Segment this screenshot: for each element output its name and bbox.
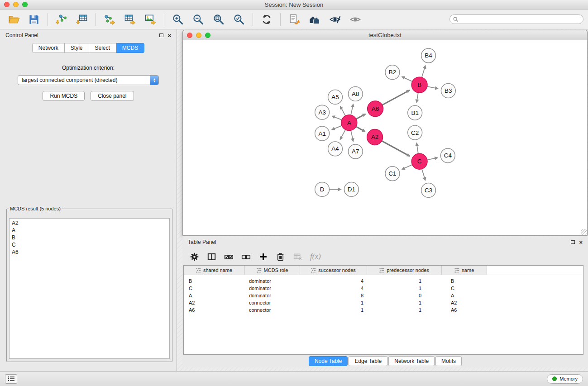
column-header-predecessor-nodes[interactable]: predecessor nodes	[367, 266, 442, 275]
graph-node-B4[interactable]: B4	[421, 48, 436, 63]
fullscreen-window-button[interactable]	[22, 2, 28, 7]
graph-node-B2[interactable]: B2	[385, 65, 400, 80]
open-session-button[interactable]	[5, 11, 23, 28]
control-tab-select[interactable]: Select	[89, 43, 116, 53]
graph-edge-A-A1[interactable]	[332, 126, 342, 130]
export-table-button[interactable]	[121, 11, 139, 28]
graph-edge-A-A5[interactable]	[340, 106, 345, 116]
table-settings-button[interactable]	[190, 252, 199, 262]
graph-edge-A-A6[interactable]	[356, 114, 366, 119]
import-table-button[interactable]	[73, 11, 91, 28]
network-canvas[interactable]: B4B2BB3A8A5A6A3B1AC2A1A2A4A7C4CC1DD1C3	[183, 41, 587, 235]
home-gallery-button[interactable]	[306, 11, 324, 28]
optimization-criterion-select[interactable]: largest connected component (directed) ▲…	[18, 75, 159, 85]
graph-edge-A-A7[interactable]	[351, 130, 353, 141]
refresh-view-button[interactable]	[258, 11, 276, 28]
hide-graphics-details-button[interactable]	[326, 11, 344, 28]
close-window-button[interactable]	[4, 2, 10, 7]
graph-node-A4[interactable]: A4	[328, 142, 343, 156]
show-columns-button[interactable]	[207, 252, 216, 262]
graph-edge-C-C3[interactable]	[422, 169, 425, 180]
graph-node-A2[interactable]: A2	[367, 129, 383, 145]
control-tab-network[interactable]: Network	[32, 43, 65, 53]
graph-node-A6[interactable]: A6	[368, 101, 383, 117]
network-close-button[interactable]	[187, 33, 192, 38]
graph-node-C2[interactable]: C2	[408, 125, 422, 140]
graph-edge-A-A8[interactable]	[351, 104, 353, 115]
column-header-shared-name[interactable]: shared name	[184, 266, 245, 275]
graph-edge-B-B1[interactable]	[416, 93, 418, 103]
graph-edge-C-C1[interactable]	[402, 165, 412, 169]
zoom-out-button[interactable]	[189, 11, 207, 28]
graph-edge-A-A4[interactable]	[340, 129, 345, 139]
close-table-panel-icon[interactable]: ×	[579, 239, 583, 245]
float-table-panel-icon[interactable]	[571, 240, 575, 244]
select-all-columns-button[interactable]	[224, 252, 234, 262]
graph-edge-A-A2[interactable]	[356, 127, 365, 132]
control-tab-style[interactable]: Style	[65, 43, 89, 53]
run-mcds-button[interactable]: Run MCDS	[43, 91, 85, 101]
column-header-successor-nodes[interactable]: successor nodes	[300, 266, 367, 275]
open-file-button[interactable]	[285, 11, 303, 28]
table-row[interactable]: Adominator80A	[184, 292, 583, 299]
float-panel-icon[interactable]	[159, 33, 163, 37]
zoom-in-button[interactable]	[169, 11, 187, 28]
birds-eye-view-button[interactable]	[346, 11, 364, 28]
graph-edge-B-B4[interactable]	[422, 66, 425, 77]
graph-node-C3[interactable]: C3	[421, 183, 436, 198]
graph-node-A5[interactable]: A5	[328, 90, 343, 104]
graph-edge-C-C4[interactable]	[427, 157, 438, 160]
graph-edge-A6-B[interactable]	[382, 90, 410, 105]
search-input[interactable]	[461, 16, 580, 23]
graph-node-C1[interactable]: C1	[385, 167, 400, 181]
delete-table-button[interactable]	[293, 252, 302, 262]
memory-button[interactable]: Memory	[547, 374, 583, 384]
table-row[interactable]: Cdominator41C	[184, 285, 583, 292]
create-column-button[interactable]	[258, 252, 268, 262]
graph-edge-A2-C[interactable]	[382, 141, 410, 156]
mcds-result-list[interactable]: A2ABCA6	[9, 218, 170, 359]
network-window-titlebar[interactable]: testGlobe.txt	[183, 30, 587, 40]
graph-edge-B-B2[interactable]	[402, 76, 412, 81]
table-row[interactable]: A6connector11A6	[184, 306, 583, 314]
table-tab-motifs[interactable]: Motifs	[435, 356, 462, 366]
graph-node-A7[interactable]: A7	[348, 144, 363, 159]
graph-node-C4[interactable]: C4	[440, 148, 455, 163]
minimize-window-button[interactable]	[13, 2, 19, 7]
mcds-result-item[interactable]: B	[12, 234, 167, 241]
save-session-button[interactable]	[25, 11, 43, 28]
table-row[interactable]: Bdominator41B	[184, 277, 583, 285]
table-tab-network-table[interactable]: Network Table	[388, 356, 435, 366]
mcds-result-item[interactable]: A	[12, 227, 167, 234]
export-image-button[interactable]	[141, 11, 159, 28]
graph-node-B3[interactable]: B3	[441, 84, 455, 98]
zoom-selected-button[interactable]	[230, 11, 248, 28]
graph-node-D1[interactable]: D1	[344, 182, 359, 197]
function-builder-button[interactable]: f(x)	[310, 252, 321, 261]
window-resize-grip[interactable]	[581, 229, 587, 235]
graph-node-A1[interactable]: A1	[315, 126, 330, 141]
mcds-result-item[interactable]: C	[12, 241, 167, 248]
graph-node-C[interactable]: C	[411, 153, 427, 169]
close-panel-button[interactable]: Close panel	[91, 91, 134, 101]
network-minimize-button[interactable]	[196, 33, 201, 38]
panel-chooser-button[interactable]	[5, 374, 17, 384]
deselect-all-columns-button[interactable]	[241, 252, 251, 262]
graph-node-A3[interactable]: A3	[315, 105, 330, 119]
network-zoom-button[interactable]	[205, 33, 210, 38]
mcds-result-item[interactable]: A2	[12, 219, 167, 227]
graph-edge-A-A3[interactable]	[332, 116, 342, 119]
zoom-fit-button[interactable]	[210, 11, 228, 28]
column-header-name[interactable]: name	[442, 266, 487, 275]
graph-edge-C-C2[interactable]	[416, 143, 418, 154]
graph-node-B[interactable]: B	[411, 77, 427, 93]
delete-column-button[interactable]	[276, 252, 285, 262]
mcds-result-item[interactable]: A6	[12, 248, 167, 256]
graph-node-A[interactable]: A	[341, 115, 357, 131]
table-tab-node-table[interactable]: Node Table	[309, 356, 348, 366]
export-network-button[interactable]	[100, 11, 119, 28]
graph-node-D[interactable]: D	[315, 182, 330, 197]
graph-node-A8[interactable]: A8	[348, 87, 363, 101]
graph-edge-B-B3[interactable]	[427, 86, 438, 89]
graph-node-B1[interactable]: B1	[408, 105, 422, 120]
